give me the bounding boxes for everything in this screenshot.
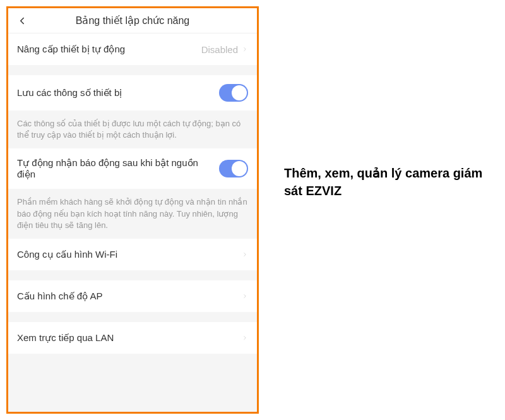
chevron-right-icon (242, 249, 248, 260)
row-label: Xem trực tiếp qua LAN (17, 332, 242, 344)
row-auto-upgrade[interactable]: Nâng cấp thiết bị tự động Disabled (8, 33, 257, 65)
header-bar: Bảng thiết lập chức năng (8, 8, 257, 33)
chevron-right-icon (242, 44, 248, 54)
help-text-auto-alarm: Phần mềm khách hàng sẽ khởi động tự động… (8, 189, 257, 239)
back-button[interactable] (16, 15, 28, 27)
row-label: Tự động nhận báo động sau khi bật nguồn … (17, 157, 219, 180)
section-divider (8, 354, 257, 364)
caption-text: Thêm, xem, quản lý camera giám sát EZVIZ (259, 6, 499, 200)
toggle-auto-alarm[interactable] (219, 160, 248, 177)
row-label: Lưu các thông số thiết bị (17, 87, 219, 99)
row-auto-alarm[interactable]: Tự động nhận báo động sau khi bật nguồn … (8, 148, 257, 189)
page-title: Bảng thiết lập chức năng (28, 15, 237, 27)
chevron-right-icon (242, 291, 248, 301)
phone-screen: Bảng thiết lập chức năng Nâng cấp thiết … (6, 6, 259, 414)
settings-list: Nâng cấp thiết bị tự động Disabled Lưu c… (8, 33, 257, 412)
toggle-save-params[interactable] (219, 84, 248, 102)
row-label: Công cụ cấu hình Wi-Fi (17, 249, 242, 260)
chevron-left-icon (16, 15, 28, 27)
row-lan-view[interactable]: Xem trực tiếp qua LAN (8, 322, 257, 354)
row-ap-mode[interactable]: Cấu hình chế độ AP (8, 280, 257, 312)
section-divider (8, 65, 257, 75)
row-label: Cấu hình chế độ AP (17, 291, 242, 302)
row-wifi-tool[interactable]: Công cụ cấu hình Wi-Fi (8, 239, 257, 270)
section-divider (8, 312, 257, 322)
help-text-save-params: Các thông số của thiết bị được lưu một c… (8, 111, 257, 148)
chevron-right-icon (242, 333, 248, 343)
row-value: Disabled (201, 44, 238, 55)
row-label: Nâng cấp thiết bị tự động (17, 44, 201, 55)
row-save-params[interactable]: Lưu các thông số thiết bị (8, 75, 257, 111)
section-divider (8, 270, 257, 280)
